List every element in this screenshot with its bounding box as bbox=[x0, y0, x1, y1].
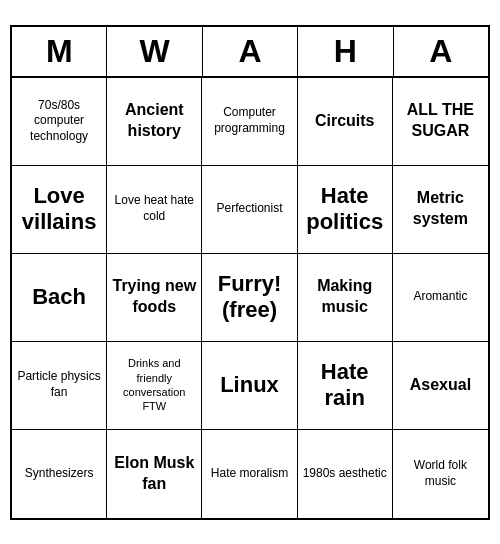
bingo-cell-17: Linux bbox=[202, 342, 297, 430]
header-letter-m-0: M bbox=[12, 27, 107, 76]
header-row: MWAHA bbox=[12, 27, 488, 78]
bingo-cell-19: Asexual bbox=[393, 342, 488, 430]
bingo-cell-6: Love heat hate cold bbox=[107, 166, 202, 254]
bingo-cell-10: Bach bbox=[12, 254, 107, 342]
header-letter-h-3: H bbox=[298, 27, 393, 76]
header-letter-a-4: A bbox=[394, 27, 488, 76]
bingo-cell-12: Furry! (free) bbox=[202, 254, 297, 342]
bingo-cell-14: Aromantic bbox=[393, 254, 488, 342]
bingo-cell-0: 70s/80s computer technology bbox=[12, 78, 107, 166]
bingo-cell-22: Hate moralism bbox=[202, 430, 297, 518]
bingo-cell-1: Ancient history bbox=[107, 78, 202, 166]
header-letter-a-2: A bbox=[203, 27, 298, 76]
bingo-cell-9: Metric system bbox=[393, 166, 488, 254]
bingo-cell-24: World folk music bbox=[393, 430, 488, 518]
bingo-cell-13: Making music bbox=[298, 254, 393, 342]
bingo-cell-21: Elon Musk fan bbox=[107, 430, 202, 518]
bingo-cell-11: Trying new foods bbox=[107, 254, 202, 342]
bingo-cell-20: Synthesizers bbox=[12, 430, 107, 518]
bingo-cell-3: Circuits bbox=[298, 78, 393, 166]
header-letter-w-1: W bbox=[107, 27, 202, 76]
bingo-cell-7: Perfectionist bbox=[202, 166, 297, 254]
bingo-grid: 70s/80s computer technologyAncient histo… bbox=[12, 78, 488, 518]
bingo-cell-18: Hate rain bbox=[298, 342, 393, 430]
bingo-cell-15: Particle physics fan bbox=[12, 342, 107, 430]
bingo-cell-4: ALL THE SUGAR bbox=[393, 78, 488, 166]
bingo-cell-8: Hate politics bbox=[298, 166, 393, 254]
bingo-cell-5: Love villains bbox=[12, 166, 107, 254]
bingo-cell-23: 1980s aesthetic bbox=[298, 430, 393, 518]
bingo-cell-2: Computer programming bbox=[202, 78, 297, 166]
bingo-card: MWAHA 70s/80s computer technologyAncient… bbox=[10, 25, 490, 520]
bingo-cell-16: Drinks and friendly conversation FTW bbox=[107, 342, 202, 430]
